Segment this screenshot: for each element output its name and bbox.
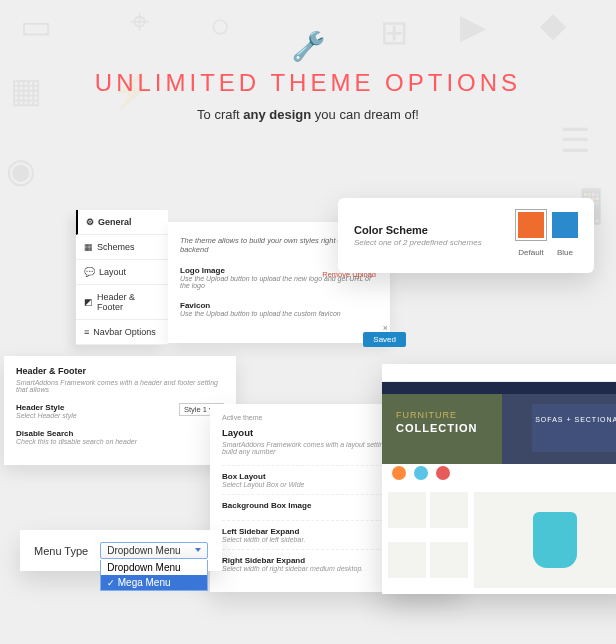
preview-featured-product — [474, 492, 616, 588]
tab-navbar-options[interactable]: ≡Navbar Options — [76, 320, 168, 345]
menu-option-mega[interactable]: Mega Menu — [101, 575, 207, 590]
preview-hero-right: SOFAS + SECTIONALS — [532, 404, 616, 452]
right-sidebar-desc: Select width of right sidebar medium des… — [222, 565, 363, 572]
menu-icon: ≡ — [84, 327, 89, 337]
menu-type-dropdown[interactable]: Dropdown Menu Dropdown Menu Mega Menu — [100, 542, 208, 559]
preview-hero: FURNITURE COLLECTION SOFAS + SECTIONALS — [382, 394, 616, 464]
page-subtitle: To craft any design you can dream of! — [0, 107, 616, 122]
disable-search-desc: Check this to disable search on header — [16, 438, 137, 445]
swatch-color-icon — [518, 212, 544, 238]
square-icon: ◩ — [84, 297, 93, 307]
tab-label: Header & Footer — [97, 292, 160, 312]
product-thumbnail — [430, 542, 468, 578]
theme-preview: FURNITURE COLLECTION SOFAS + SECTIONALS — [382, 364, 616, 594]
hero-section: 🔧 UNLIMITED THEME OPTIONS To craft any d… — [0, 0, 616, 122]
menu-type-card: Menu Type Dropdown Menu Dropdown Menu Me… — [20, 530, 222, 571]
subtitle-strong: any design — [243, 107, 311, 122]
product-thumbnail — [388, 542, 426, 578]
menu-type-options: Dropdown Menu Mega Menu — [100, 560, 208, 591]
subtitle-pre: To craft — [197, 107, 243, 122]
swatch-blue[interactable]: Blue — [552, 212, 578, 259]
tab-layout[interactable]: 💬Layout — [76, 260, 168, 285]
tab-label: General — [98, 217, 132, 227]
bg-box-image-label: Background Box Image — [222, 501, 311, 510]
badge-icon — [392, 466, 406, 480]
menu-option-dropdown[interactable]: Dropdown Menu — [101, 560, 207, 575]
tab-schemes[interactable]: ▦Schemes — [76, 235, 168, 260]
tab-label: Navbar Options — [93, 327, 156, 337]
preview-badge-strip — [382, 464, 616, 482]
header-style-row: Header Style Select Header style Style 1… — [16, 403, 224, 419]
product-thumbnail — [430, 492, 468, 528]
preview-navbar — [382, 382, 616, 394]
settings-sidebar: ⚙General ▦Schemes 💬Layout ◩Header & Foot… — [76, 210, 168, 345]
box-layout-label: Box Layout — [222, 472, 304, 481]
tab-label: Layout — [99, 267, 126, 277]
color-scheme-card: Color Scheme Select one of 2 predefined … — [338, 198, 594, 273]
left-sidebar-desc: Select width of left sidebar. — [222, 536, 305, 543]
hf-title: Header & Footer — [16, 366, 224, 376]
preview-body — [382, 486, 616, 594]
tab-header-footer[interactable]: ◩Header & Footer — [76, 285, 168, 320]
disable-search-label: Disable Search — [16, 429, 137, 438]
wrench-icon: 🔧 — [291, 30, 326, 63]
swatch-label: Blue — [557, 248, 573, 257]
chat-icon: 💬 — [84, 267, 95, 277]
preview-product-grid — [388, 492, 468, 588]
color-scheme-title: Color Scheme — [354, 224, 482, 236]
swatch-color-icon — [552, 212, 578, 238]
menu-type-label: Menu Type — [34, 545, 88, 557]
chair-icon — [533, 512, 577, 568]
tab-label: Schemes — [97, 242, 135, 252]
badge-icon — [414, 466, 428, 480]
preview-topbar — [382, 364, 616, 382]
grid-icon: ▦ — [84, 242, 93, 252]
favicon-desc: Use the Upload button to upload the cust… — [180, 310, 378, 317]
header-footer-panel: Header & Footer SmartAddons Framework co… — [4, 356, 236, 465]
favicon-label: Favicon — [180, 301, 378, 310]
badge-icon — [436, 466, 450, 480]
tab-general[interactable]: ⚙General — [76, 210, 168, 235]
left-sidebar-label: Left Sidebar Expand — [222, 527, 305, 536]
subtitle-post: you can dream of! — [311, 107, 419, 122]
header-style-desc: Select Header style — [16, 412, 77, 419]
gear-icon: ⚙ — [86, 217, 94, 227]
header-style-label: Header Style — [16, 403, 77, 412]
color-scheme-subtitle: Select one of 2 predefined schemes — [354, 238, 482, 247]
swatch-label: Default — [518, 248, 543, 257]
hf-intro: SmartAddons Framework comes with a heade… — [16, 379, 224, 393]
favicon-field: Favicon Use the Upload button to upload … — [180, 301, 378, 317]
save-button[interactable]: Saved — [363, 332, 406, 347]
product-thumbnail — [388, 492, 426, 528]
box-layout-desc: Select Layout Box or Wide — [222, 481, 304, 488]
preview-hero-kicker: FURNITURE — [396, 410, 457, 420]
right-sidebar-label: Right Sidebar Expand — [222, 556, 363, 565]
preview-hero-title: COLLECTION — [396, 422, 478, 434]
page-title: UNLIMITED THEME OPTIONS — [0, 69, 616, 97]
swatch-default[interactable]: Default — [518, 212, 544, 259]
disable-search-row: Disable Search Check this to disable sea… — [16, 429, 224, 445]
select-value: Style 1 — [184, 405, 207, 414]
menu-type-selected[interactable]: Dropdown Menu — [100, 542, 208, 559]
